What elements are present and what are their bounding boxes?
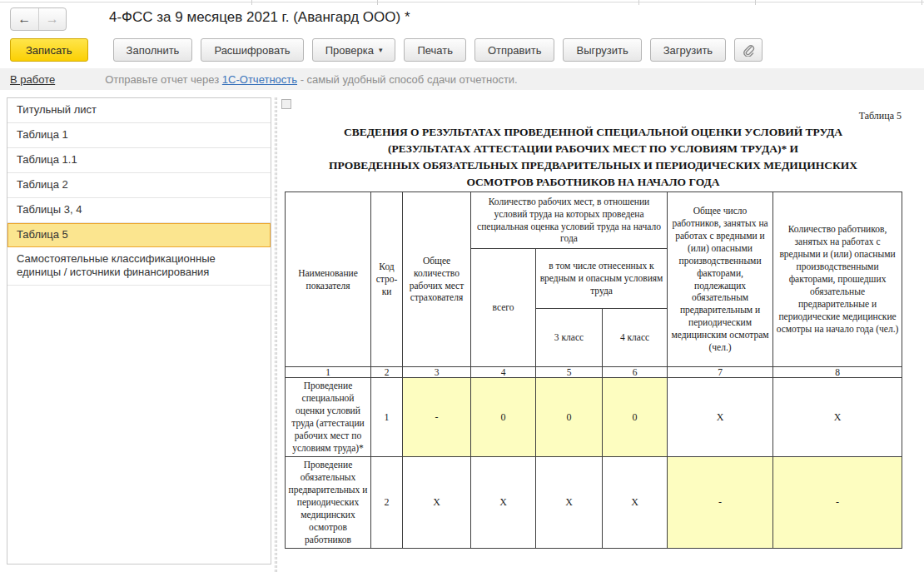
status-message-after: - самый удобный способ сдачи отчетности.	[297, 73, 518, 86]
header-workers-subject-to-exams: Общее число работников, занятых на работ…	[668, 192, 773, 367]
title-line-3: ПРОВЕДЕННЫХ ОБЯЗАТЕЛЬНЫХ ПРЕДВАРИТЕЛЬНЫХ…	[285, 157, 902, 174]
table-row: Проведение обязательных предварительных …	[286, 457, 902, 549]
sidebar-item-table-1[interactable]: Таблица 1	[7, 123, 271, 148]
colnum-4: 4	[471, 367, 536, 378]
sidebar-item-table-1-1[interactable]: Таблица 1.1	[7, 148, 271, 173]
send-button[interactable]: Отправить	[474, 38, 554, 62]
row1-cell-7-blocked: Х	[668, 378, 773, 457]
colnum-8: 8	[773, 367, 902, 378]
title-line-2: (РЕЗУЛЬТАТАХ АТТЕСТАЦИИ РАБОЧИХ МЕСТ ПО …	[285, 141, 902, 157]
row2-cell-8-input[interactable]: -	[773, 457, 902, 549]
sidebar-item-table-5-selected[interactable]: Таблица 5	[7, 223, 271, 247]
sidebar-item-tables-3-4[interactable]: Таблицы 3, 4	[7, 198, 271, 223]
page-title: 4-ФСС за 9 месяцев 2021 г. (Авангард ООО…	[109, 9, 410, 26]
header-total: всего	[471, 249, 536, 367]
status-bar: В работе Отправьте отчет через 1С-Отчетн…	[0, 68, 924, 90]
header-class-4: 4 класс	[603, 309, 668, 367]
row1-line-code: 1	[371, 378, 403, 457]
table-row: Проведение специальной оценки условий тр…	[286, 378, 902, 457]
window-tabs-edge	[0, 2, 924, 2]
row1-cell-4-input[interactable]: 0	[471, 378, 536, 457]
title-line-1: СВЕДЕНИЯ О РЕЗУЛЬТАТАХ ПРОВЕДЕННОЙ СПЕЦИ…	[285, 124, 902, 141]
export-button[interactable]: Выгрузить	[563, 38, 641, 62]
forward-button[interactable]: →	[39, 8, 67, 30]
attachments-button[interactable]	[734, 38, 763, 62]
back-button[interactable]: ←	[11, 8, 39, 30]
table5: Наименование показателя Код стро-ки Обще…	[285, 191, 902, 549]
forward-icon: →	[46, 12, 59, 27]
paperclip-icon	[742, 43, 755, 57]
toolbar: Записать Заполнить Расшифровать Проверка…	[10, 38, 763, 62]
section-list: Титульный лист Таблица 1 Таблица 1.1 Таб…	[7, 97, 271, 565]
colnum-2: 2	[371, 367, 403, 378]
row2-cell-4-blocked: Х	[471, 457, 536, 549]
row1-indicator-name: Проведение специальной оценки условий тр…	[286, 378, 371, 457]
row2-indicator-name: Проведение обязательных предварительных …	[286, 457, 371, 549]
decipher-button[interactable]: Расшифровать	[201, 38, 303, 62]
sidebar-item-classification-units[interactable]: Самостоятельные классификационные единиц…	[7, 247, 271, 286]
colnum-6: 6	[603, 367, 668, 378]
colnum-3: 3	[403, 367, 471, 378]
header-total-workplaces: Общее количество рабочих мест страховате…	[403, 192, 471, 367]
colnum-7: 7	[668, 367, 773, 378]
row2-cell-5-blocked: Х	[536, 457, 603, 549]
row1-cell-8-blocked: Х	[773, 378, 902, 457]
chevron-down-icon: ▾	[379, 46, 383, 54]
history-nav: ← →	[10, 7, 67, 31]
check-dropdown-button[interactable]: Проверка ▾	[312, 38, 396, 62]
sidebar-item-table-2[interactable]: Таблица 2	[7, 173, 271, 198]
fill-button[interactable]: Заполнить	[113, 38, 193, 62]
sheet-corner	[281, 99, 291, 109]
sidebar-item-title-page[interactable]: Титульный лист	[7, 98, 271, 123]
row1-cell-3-input[interactable]: -	[403, 378, 471, 457]
header-group-assessed-workplaces: Количество рабочих мест, в отношении усл…	[471, 192, 668, 249]
header-indicator-name: Наименование показателя	[286, 192, 371, 367]
header-group-harmful-classes: в том числе отнесенных к вредным и опасн…	[536, 249, 668, 309]
report-state-link[interactable]: В работе	[10, 73, 55, 86]
status-message-before: Отправьте отчет через	[105, 73, 222, 86]
header-line-code: Код стро-ки	[371, 192, 403, 367]
1c-reporting-link[interactable]: 1С-Отчетность	[222, 73, 297, 86]
row1-cell-5-input[interactable]: 0	[536, 378, 603, 457]
row2-cell-7-input[interactable]: -	[668, 457, 773, 549]
header-class-3: 3 класс	[536, 309, 603, 367]
status-message: Отправьте отчет через 1С-Отчетность - са…	[105, 73, 518, 86]
row2-cell-6-blocked: Х	[603, 457, 668, 549]
sheet-table-label: Таблица 5	[285, 110, 902, 122]
panel-splitter[interactable]	[275, 97, 277, 572]
row2-line-code: 2	[371, 457, 403, 549]
row1-cell-6-input[interactable]: 0	[603, 378, 668, 457]
back-icon: ←	[17, 12, 31, 27]
import-button[interactable]: Загрузить	[650, 38, 726, 62]
colnum-5: 5	[536, 367, 603, 378]
table5-title: СВЕДЕНИЯ О РЕЗУЛЬТАТАХ ПРОВЕДЕННОЙ СПЕЦИ…	[285, 124, 902, 191]
print-button[interactable]: Печать	[404, 38, 466, 62]
check-button-label: Проверка	[325, 44, 374, 57]
row2-cell-3-blocked: Х	[403, 457, 471, 549]
title-line-4: ОСМОТРОВ РАБОТНИКОВ НА НАЧАЛО ГОДА	[285, 174, 902, 191]
colnum-1: 1	[286, 367, 371, 378]
header-workers-passed-exams: Количество работников, занятых на работа…	[773, 192, 902, 367]
save-button[interactable]: Записать	[10, 38, 88, 62]
